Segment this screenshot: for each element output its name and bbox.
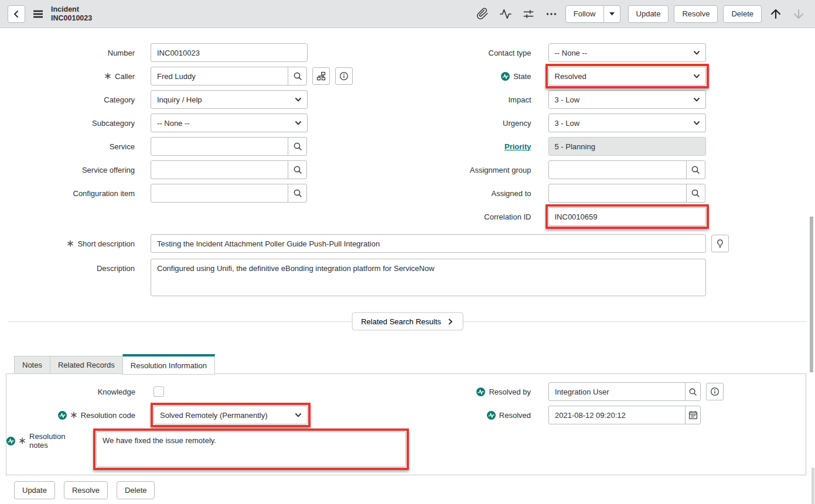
chevron-down-icon — [295, 412, 302, 419]
priority-link[interactable]: Priority — [504, 142, 531, 151]
form-tabs: Notes Related Records Resolution Informa… — [14, 354, 815, 374]
search-icon — [293, 71, 302, 81]
contact-type-select[interactable]: -- None -- — [548, 43, 706, 62]
chevron-down-icon — [693, 73, 700, 80]
arrow-up-icon — [769, 7, 783, 21]
chevron-left-icon — [12, 9, 21, 19]
activity-stream-button[interactable] — [497, 5, 514, 23]
subcategory-select[interactable]: -- None -- — [151, 114, 308, 132]
description-textarea[interactable]: Configured using Unifi, the definitive e… — [151, 259, 706, 296]
chevron-down-icon — [295, 119, 302, 126]
assigned-to-input[interactable] — [548, 184, 687, 203]
lightbulb-icon — [715, 239, 725, 248]
activity-icon — [499, 8, 512, 20]
resolution-code-label: Resolution code — [6, 411, 135, 420]
header-actions: Follow Update Resolve Delete — [474, 5, 807, 23]
context-menu-button[interactable] — [33, 10, 43, 18]
page-title: Incident — [51, 5, 92, 14]
service-field — [151, 137, 307, 156]
more-options-button[interactable] — [543, 5, 560, 23]
service-label: Service — [0, 142, 135, 151]
resolution-column-left: Knowledge Resolution code Solved Remotel… — [6, 382, 406, 472]
resolved-by-preview-button[interactable] — [706, 383, 724, 400]
search-icon — [293, 188, 302, 198]
service-offering-field — [151, 160, 307, 179]
assignment-group-lookup-button[interactable] — [686, 160, 705, 179]
form-column-right: Contact type -- None -- State Resolved I… — [408, 43, 815, 231]
service-offering-label: Service offering — [0, 166, 135, 174]
caller-label: Caller — [0, 72, 135, 81]
contact-type-label: Contact type — [408, 49, 531, 57]
service-offering-input[interactable] — [151, 160, 288, 179]
resolved-by-lookup-button[interactable] — [685, 382, 701, 401]
form-footer: Update Resolve Delete — [14, 481, 815, 499]
field-modified-icon — [501, 72, 510, 81]
record-title: Incident INC0010023 — [51, 5, 92, 23]
resolved-calendar-button[interactable] — [685, 406, 701, 424]
resolved-label: Resolved — [406, 411, 531, 420]
caller-show-related-button[interactable] — [312, 67, 330, 85]
search-icon — [691, 165, 700, 174]
impact-label: Impact — [408, 95, 531, 104]
category-select[interactable]: Inquiry / Help — [151, 90, 308, 109]
state-select[interactable]: Resolved — [548, 67, 706, 85]
resolved-datetime-input[interactable]: 2021-08-12 09:20:12 — [548, 406, 686, 424]
previous-record-button[interactable] — [767, 5, 785, 23]
search-icon — [293, 165, 302, 174]
related-search-results-button[interactable]: Related Search Results — [352, 313, 463, 331]
assignment-group-input[interactable] — [548, 160, 687, 179]
page-scrollbar-thumb[interactable] — [810, 217, 813, 372]
footer-delete-button[interactable]: Delete — [117, 481, 155, 499]
resolution-information-panel: Knowledge Resolution code Solved Remotel… — [6, 373, 806, 475]
footer-update-button[interactable]: Update — [14, 481, 55, 499]
service-offering-lookup-button[interactable] — [288, 160, 307, 179]
chevron-right-icon — [447, 318, 454, 325]
impact-select[interactable]: 3 - Low — [548, 90, 706, 109]
assigned-to-lookup-button[interactable] — [686, 184, 705, 203]
configuration-item-lookup-button[interactable] — [288, 184, 307, 203]
record-number: INC0010023 — [51, 14, 92, 23]
number-input[interactable]: INC0010023 — [151, 43, 308, 62]
back-button[interactable] — [8, 5, 25, 23]
chevron-down-icon — [693, 119, 700, 126]
footer-resolve-button[interactable]: Resolve — [64, 481, 108, 499]
personalize-form-button[interactable] — [520, 5, 537, 23]
assigned-to-field — [548, 184, 705, 203]
header-delete-button[interactable]: Delete — [723, 5, 762, 23]
header-resolve-button[interactable]: Resolve — [674, 5, 718, 23]
resolved-field: 2021-08-12 09:20:12 — [548, 406, 701, 424]
service-lookup-button[interactable] — [288, 137, 307, 156]
correlation-id-label: Correlation ID — [408, 212, 531, 221]
caller-preview-button[interactable] — [335, 67, 353, 85]
calendar-icon — [688, 410, 698, 420]
resolved-by-field: Integration User — [548, 382, 701, 401]
follow-button[interactable]: Follow — [565, 5, 604, 23]
service-input[interactable] — [151, 137, 288, 156]
follow-dropdown-button[interactable] — [604, 5, 620, 23]
search-icon — [688, 388, 697, 396]
tab-resolution-information[interactable]: Resolution Information — [122, 354, 215, 375]
subcategory-label: Subcategory — [0, 119, 135, 128]
follow-split-button: Follow — [565, 5, 620, 23]
knowledge-checkbox[interactable] — [154, 386, 164, 397]
frame-scrollbar-thumb[interactable] — [811, 468, 814, 504]
suggestion-button[interactable] — [711, 235, 729, 252]
configuration-item-input[interactable] — [151, 184, 288, 203]
header-update-button[interactable]: Update — [628, 5, 669, 23]
correlation-id-input[interactable]: INC0010659 — [548, 207, 706, 226]
short-description-input[interactable]: Testing the Incident Attachment Poller G… — [151, 234, 706, 253]
urgency-select[interactable]: 3 - Low — [548, 114, 706, 132]
caller-lookup-button[interactable] — [288, 67, 307, 85]
tab-notes[interactable]: Notes — [14, 356, 50, 374]
tab-related-records[interactable]: Related Records — [50, 356, 122, 374]
info-icon — [339, 71, 349, 81]
resolution-notes-textarea[interactable]: We have fixed the issue remotely. — [96, 431, 406, 467]
resolved-by-input[interactable]: Integration User — [548, 382, 686, 401]
resolution-code-select[interactable]: Solved Remotely (Permanently) — [154, 406, 308, 424]
assignment-group-field — [548, 160, 705, 179]
attachment-button[interactable] — [474, 5, 492, 23]
related-search-section: Related Search Results — [0, 304, 815, 338]
caller-input[interactable]: Fred Luddy — [151, 67, 288, 85]
configuration-item-field — [151, 184, 307, 203]
resolution-notes-label: Resolution notes — [6, 431, 78, 450]
